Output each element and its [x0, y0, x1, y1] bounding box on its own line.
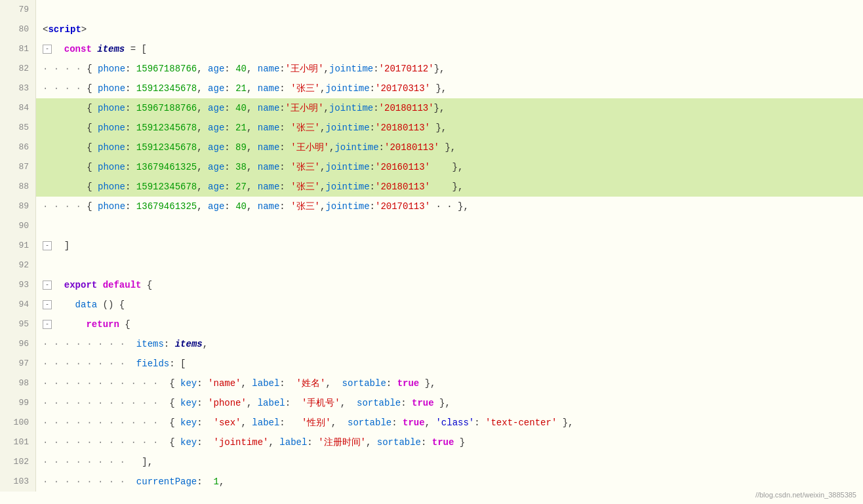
return-kw: return [86, 315, 119, 334]
line-num-81: 81 [0, 39, 36, 59]
line-content-92 [36, 256, 863, 275]
fold-icon-93[interactable]: - [43, 281, 52, 290]
code-line-93: 93 - export default { [0, 275, 863, 295]
line-num-91: 91 [0, 236, 36, 256]
line-num-95: 95 [0, 315, 36, 334]
code-line-89: 89 · · · · { phone : 13679461325 , age :… [0, 197, 863, 216]
line-num-82: 82 [0, 59, 36, 79]
code-line-79: 79 [0, 0, 863, 20]
line-content-100: · · · · · · · · · · · { key : 'sex' , la… [36, 413, 863, 433]
line-content-83: · · · · { phone : 15912345678 , age : 21… [36, 79, 863, 98]
line-num-103: 103 [0, 472, 36, 492]
code-line-85: 85 { phone : 15912345678 , age : 21 , na… [0, 118, 863, 138]
code-line-82: 82 · · · · { phone : 15967188766 , age :… [0, 59, 863, 79]
line-content-99: · · · · · · · · · · · { key : 'phone' , … [36, 393, 863, 413]
code-line-98: 98 · · · · · · · · · · · { key : 'name' … [0, 374, 863, 393]
code-line-92: 92 [0, 256, 863, 275]
fold-icon-91[interactable]: - [43, 241, 52, 250]
line-content-96: · · · · · · · · items : items , [36, 334, 863, 354]
script-tag: script [48, 20, 81, 39]
watermark: //blog.csdn.net/weixin_3885385 [755, 491, 856, 499]
code-line-90: 90 [0, 216, 863, 236]
code-line-86: 86 { phone : 15912345678 , age : 89 , na… [0, 138, 863, 157]
line-content-98: · · · · · · · · · · · { key : 'name' , l… [36, 374, 863, 393]
line-num-92: 92 [0, 256, 36, 275]
fold-icon-95[interactable]: - [43, 320, 52, 329]
items-varname: items [97, 39, 125, 59]
line-num-84: 84 [0, 98, 36, 118]
line-content-86: { phone : 15912345678 , age : 89 , name … [36, 138, 863, 157]
line-num-98: 98 [0, 374, 36, 393]
line-content-85: { phone : 15912345678 , age : 21 , name … [36, 118, 863, 138]
line-content-88: { phone : 15912345678 , age : 27 , name … [36, 177, 863, 197]
line-num-83: 83 [0, 79, 36, 98]
line-num-97: 97 [0, 354, 36, 374]
code-line-103: 103 · · · · · · · · currentPage : 1 , [0, 472, 863, 492]
default-kw: default [103, 275, 142, 295]
line-content-97: · · · · · · · · fields : [ [36, 354, 863, 374]
tag-open: < [43, 20, 48, 39]
code-line-94: 94 - data () { [0, 295, 863, 315]
data-prop: data [75, 295, 98, 315]
code-line-81: 81 - const items = [ [0, 39, 863, 59]
code-line-96: 96 · · · · · · · · items : items , [0, 334, 863, 354]
code-line-99: 99 · · · · · · · · · · · { key : 'phone'… [0, 393, 863, 413]
line-num-101: 101 [0, 433, 36, 452]
line-num-88: 88 [0, 177, 36, 197]
line-num-80: 80 [0, 20, 36, 39]
line-content-94: - data () { [36, 295, 863, 315]
code-line-100: 100 · · · · · · · · · · · { key : 'sex' … [0, 413, 863, 433]
code-line-80: 80 <script> [0, 20, 863, 39]
line-content-102: · · · · · · · · ], [36, 452, 863, 472]
line-num-94: 94 [0, 295, 36, 315]
line-num-100: 100 [0, 413, 36, 433]
line-num-89: 89 [0, 197, 36, 216]
code-line-87: 87 { phone : 13679461325 , age : 38 , na… [0, 157, 863, 177]
line-num-87: 87 [0, 157, 36, 177]
fold-icon-81[interactable]: - [43, 45, 52, 54]
line-num-90: 90 [0, 216, 36, 236]
line-content-84: { phone : 15967188766 , age : 40 , name … [36, 98, 863, 118]
line-content-91: - ] [36, 236, 863, 256]
fold-icon-94[interactable]: - [43, 300, 52, 309]
line-content-80: <script> [36, 20, 863, 39]
line-content-90 [36, 216, 863, 236]
line-num-102: 102 [0, 452, 36, 472]
line-num-79: 79 [0, 0, 36, 20]
line-content-79 [36, 0, 863, 20]
code-line-102: 102 · · · · · · · · ], [0, 452, 863, 472]
line-content-87: { phone : 13679461325 , age : 38 , name … [36, 157, 863, 177]
code-line-84: 84 { phone : 15967188766 , age : 40 , na… [0, 98, 863, 118]
export-kw: export [64, 275, 97, 295]
tag-close: > [81, 20, 87, 39]
line-content-89: · · · · { phone : 13679461325 , age : 40… [36, 197, 863, 216]
line-content-82: · · · · { phone : 15967188766 , age : 40… [36, 59, 863, 79]
code-line-88: 88 { phone : 15912345678 , age : 27 , na… [0, 177, 863, 197]
line-content-103: · · · · · · · · currentPage : 1 , [36, 472, 863, 492]
line-content-93: - export default { [36, 275, 863, 295]
line-num-93: 93 [0, 275, 36, 295]
code-line-97: 97 · · · · · · · · fields : [ [0, 354, 863, 374]
items-ref: items [175, 334, 203, 354]
line-num-85: 85 [0, 118, 36, 138]
code-line-101: 101 · · · · · · · · · · · { key : 'joint… [0, 433, 863, 452]
code-line-83: 83 · · · · { phone : 15912345678 , age :… [0, 79, 863, 98]
line-num-86: 86 [0, 138, 36, 157]
code-line-95: 95 - return { [0, 315, 863, 334]
line-num-99: 99 [0, 393, 36, 413]
code-editor: 79 80 <script> 81 - const items = [ 82 ·… [0, 0, 863, 504]
const-kw: const [64, 39, 92, 59]
line-num-96: 96 [0, 334, 36, 354]
line-content-95: - return { [36, 315, 863, 334]
code-line-91: 91 - ] [0, 236, 863, 256]
line-content-81: - const items = [ [36, 39, 863, 59]
line-content-101: · · · · · · · · · · · { key : 'jointime'… [36, 433, 863, 452]
